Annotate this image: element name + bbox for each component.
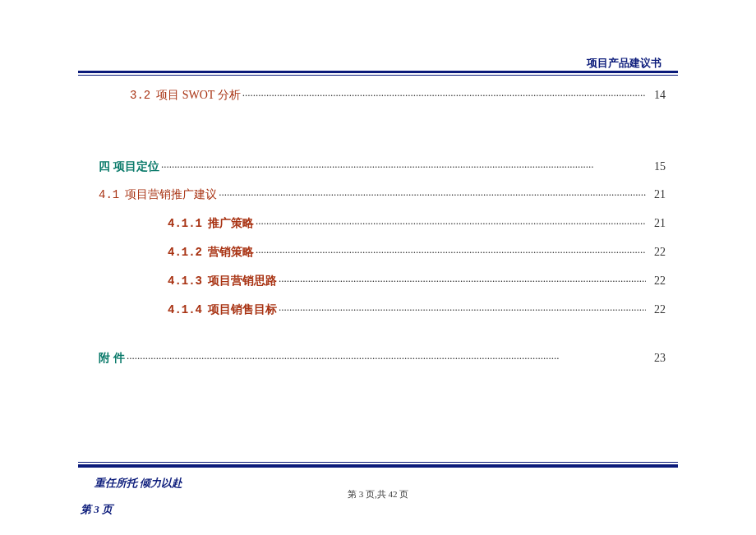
toc-label: 4.1.3 项目营销思路 — [168, 272, 277, 289]
toc-page: 21 — [646, 187, 666, 203]
toc-num: 4.1.3 — [168, 274, 202, 288]
toc-text: 项目 SWOT 分析 — [156, 89, 240, 101]
toc-section-head: 附 件 — [99, 349, 125, 366]
header-title: 项目产品建议书 — [587, 56, 662, 71]
toc-entry-4-1-4: 4.1.4 项目销售目标 ···························… — [168, 301, 666, 318]
toc-page: 21 — [646, 215, 666, 232]
toc-page: 22 — [646, 244, 666, 261]
toc-leader: ········································… — [254, 215, 646, 232]
toc-page: 14 — [646, 87, 666, 104]
toc-page: 23 — [646, 350, 666, 367]
toc-leader: ········································… — [217, 187, 646, 203]
toc-entry-4-1: 4.1 项目营销推广建议 ···························… — [99, 187, 666, 203]
footer-page-left: 第 3 页 — [81, 502, 113, 517]
toc-leader: ········································… — [125, 350, 646, 367]
footer-page-center: 第 3 页,共 42 页 — [0, 488, 756, 500]
toc-num: 3.2 — [130, 89, 150, 102]
toc-leader: ········································… — [254, 244, 646, 261]
toc-label: 4.1.2 营销策略 — [168, 243, 254, 261]
toc-entry-4-1-3: 4.1.3 项目营销思路 ···························… — [168, 272, 666, 289]
toc-text: 项目销售目标 — [208, 302, 277, 316]
toc-entry-4-1-1: 4.1.1 推广策略 ·····························… — [168, 214, 666, 232]
toc-num: 4.1.2 — [168, 246, 202, 259]
toc-leader: ········································… — [277, 273, 646, 289]
toc-label: 4.1 项目营销推广建议 — [99, 187, 217, 203]
toc-text: 项目营销推广建议 — [125, 188, 217, 201]
toc-page: 22 — [646, 302, 666, 318]
toc-page: 22 — [646, 273, 666, 289]
footer-divider — [78, 462, 678, 468]
toc-label: 4.1.1 推广策略 — [168, 214, 254, 232]
toc-section-4: 四 项目定位 ·································… — [99, 158, 666, 175]
toc-text: 项目营销思路 — [208, 274, 277, 287]
toc-label: 4.1.4 项目销售目标 — [168, 301, 277, 318]
toc-section-appendix: 附 件 ····································… — [99, 349, 666, 367]
toc-entry-3-2: 3.2 项目 SWOT 分析 ·························… — [130, 87, 666, 104]
toc-entry-4-1-2: 4.1.2 营销策略 ·····························… — [168, 243, 666, 261]
toc-num: 4.1.4 — [168, 303, 202, 316]
toc-page: 15 — [646, 159, 666, 175]
toc-leader: ········································… — [241, 87, 646, 104]
document-page: 项目产品建议书 3.2 项目 SWOT 分析 ·················… — [0, 0, 756, 535]
toc-section-head: 四 项目定位 — [99, 158, 159, 174]
toc-content: 3.2 项目 SWOT 分析 ·························… — [99, 76, 666, 367]
toc-text: 营销策略 — [208, 245, 254, 258]
toc-num: 4.1.1 — [168, 217, 202, 230]
toc-leader: ········································… — [159, 159, 646, 175]
toc-leader: ········································… — [277, 302, 646, 318]
toc-label: 3.2 项目 SWOT 分析 — [130, 87, 241, 104]
toc-num: 4.1 — [99, 188, 119, 201]
toc-text: 推广策略 — [208, 216, 254, 229]
